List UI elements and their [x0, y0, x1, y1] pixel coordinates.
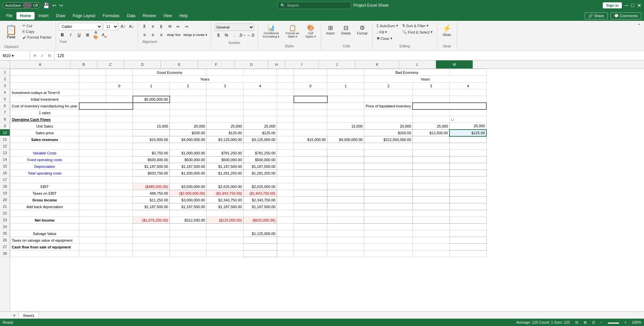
cell-h11[interactable]	[277, 136, 294, 143]
cell-c7[interactable]	[106, 109, 133, 116]
cell-i26[interactable]	[294, 237, 327, 244]
undo-icon[interactable]: ↩	[52, 3, 56, 8]
row-header-16[interactable]: 16	[0, 170, 10, 176]
underline-button[interactable]: U	[75, 31, 83, 39]
font-size-select[interactable]: 11	[103, 23, 118, 30]
cell-c16[interactable]	[106, 170, 133, 177]
cell-m10[interactable]: $125.00	[449, 130, 486, 136]
cell-j11[interactable]: $4,000,000.00	[327, 136, 364, 143]
cell-g28[interactable]	[244, 250, 277, 257]
col-header-c[interactable]: C	[97, 60, 124, 68]
cell-h13[interactable]	[277, 150, 294, 156]
cell-l24[interactable]	[413, 224, 449, 230]
cell-c23[interactable]	[106, 217, 133, 224]
cell-c5[interactable]	[106, 96, 133, 103]
cell-m16[interactable]	[449, 170, 486, 177]
cell-l16[interactable]	[413, 170, 449, 177]
cell-d7[interactable]	[133, 109, 170, 116]
cell-i5[interactable]	[294, 96, 327, 103]
cell-f16[interactable]: $1,281,250.00	[207, 170, 244, 177]
cell-i1[interactable]	[294, 69, 327, 76]
percent-button[interactable]: %	[223, 32, 230, 39]
cell-i11[interactable]: $15,000.00	[294, 136, 327, 143]
cell-m25[interactable]	[449, 230, 486, 237]
cell-d1[interactable]: Good Economy	[133, 69, 207, 76]
cell-k22[interactable]	[364, 210, 413, 217]
cell-e26[interactable]	[170, 237, 207, 244]
increase-decimal-button[interactable]: .0→	[239, 32, 246, 39]
cell-c9[interactable]	[106, 123, 133, 130]
cell-k9[interactable]: 20,000	[364, 123, 413, 130]
cell-k20[interactable]	[364, 197, 413, 203]
col-header-j[interactable]: J	[319, 60, 356, 68]
cell-l8[interactable]	[413, 116, 449, 123]
cell-e11[interactable]: $4,000,000.00	[170, 136, 207, 143]
search-bar[interactable]: 🔍 Search	[277, 2, 351, 9]
cell-f21[interactable]: $1,187,500.00	[207, 203, 244, 210]
indent-decrease-button[interactable]: ⇐	[174, 23, 182, 30]
row-header-3[interactable]: 3	[0, 82, 10, 89]
cell-c28[interactable]	[106, 250, 133, 257]
cell-l11[interactable]	[413, 136, 449, 143]
border-button[interactable]: ⊞	[84, 31, 91, 39]
view-page-break-icon[interactable]: ⊡	[592, 320, 595, 325]
cell-d17[interactable]	[133, 177, 170, 183]
cell-a8[interactable]: Operating Cash Flows	[10, 116, 79, 123]
cell-f20[interactable]: $2,343,750.00	[207, 197, 244, 203]
cell-f10[interactable]: $125.00	[207, 130, 244, 136]
cell-j3[interactable]: 1	[327, 83, 364, 89]
cell-f4[interactable]	[207, 89, 244, 96]
cell-e16[interactable]: $1,500,000.00	[170, 170, 207, 177]
row-header-15[interactable]: 15	[0, 163, 10, 170]
cell-h17[interactable]	[277, 177, 294, 183]
row-header-10[interactable]: 10	[0, 129, 10, 136]
cell-b25[interactable]	[79, 230, 106, 237]
close-icon[interactable]: ✕	[637, 2, 641, 9]
cell-d22[interactable]	[133, 210, 170, 217]
new-sheet-button[interactable]: +	[10, 313, 18, 319]
cell-m17[interactable]	[449, 177, 486, 183]
cell-e21[interactable]: $1,187,500.00	[170, 203, 207, 210]
cell-d28[interactable]	[133, 250, 170, 257]
cell-k8[interactable]	[364, 116, 413, 123]
cell-i18[interactable]	[294, 183, 327, 190]
cell-b22[interactable]	[79, 210, 106, 217]
clear-button[interactable]: ✖ Clear ▾	[375, 36, 399, 41]
cell-b8[interactable]	[79, 116, 106, 123]
cell-m19[interactable]	[449, 190, 486, 197]
cell-e23[interactable]: $312,500.00	[170, 217, 207, 224]
cell-l12[interactable]	[413, 143, 449, 150]
cell-d4[interactable]	[133, 89, 170, 96]
cell-d16[interactable]: $503,750.00	[133, 170, 170, 177]
cell-e9[interactable]: 20,000	[170, 123, 207, 130]
cell-l15[interactable]	[413, 163, 449, 170]
cell-g14[interactable]: $500,000.00	[244, 156, 277, 163]
cell-b20[interactable]	[79, 197, 106, 203]
menu-page-layout[interactable]: Page Layout	[69, 12, 99, 19]
cell-k19[interactable]	[364, 190, 413, 197]
cell-m23[interactable]	[449, 217, 486, 224]
italic-button[interactable]: I	[67, 31, 74, 39]
cell-f12[interactable]	[207, 143, 244, 150]
name-box[interactable]: M10 ▾	[0, 51, 30, 60]
cell-e5[interactable]	[170, 96, 207, 103]
cell-b18[interactable]	[79, 183, 106, 190]
row-header-18[interactable]: 18	[0, 183, 10, 190]
maximize-icon[interactable]: □	[631, 2, 634, 8]
indent-increase-button[interactable]: ⇒	[183, 23, 190, 30]
cell-j23[interactable]	[327, 217, 364, 224]
cell-c22[interactable]	[106, 210, 133, 217]
cell-b7[interactable]	[79, 109, 106, 116]
menu-review[interactable]: Review	[139, 12, 159, 19]
cell-i8[interactable]	[294, 116, 327, 123]
col-header-k[interactable]: K	[356, 60, 399, 68]
cell-e8[interactable]	[170, 116, 207, 123]
autosave-toggle[interactable]	[22, 3, 32, 8]
cell-m1[interactable]	[449, 69, 486, 76]
cell-c20[interactable]	[106, 197, 133, 203]
confirm-formula-button[interactable]: ✓	[39, 52, 46, 59]
cell-h10[interactable]	[277, 130, 294, 136]
cell-m13[interactable]	[449, 150, 486, 156]
cell-g23[interactable]: ($625,000.00)	[244, 217, 277, 224]
cell-i22[interactable]	[294, 210, 327, 217]
